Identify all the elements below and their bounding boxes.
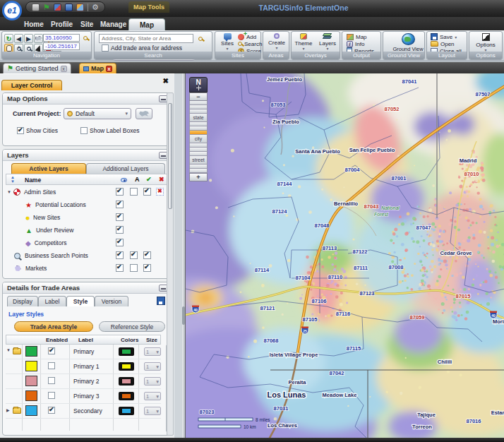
options-button[interactable]: Options ▾ <box>474 33 498 52</box>
visibility-column-icon[interactable] <box>121 178 127 182</box>
delete-button[interactable] <box>156 188 164 196</box>
additional-layers-tab[interactable]: Additional Layers <box>86 163 165 174</box>
create-area-button[interactable]: Create ▾ <box>265 33 289 52</box>
reference-style-button[interactable]: Reference Style <box>99 321 165 332</box>
label-checkbox[interactable] <box>130 188 138 196</box>
address-search-icon[interactable] <box>196 35 205 43</box>
colors-swatch[interactable] <box>119 347 134 356</box>
zoom-level-city[interactable]: city <box>189 135 208 143</box>
zoom-level-street[interactable]: street <box>189 156 208 165</box>
enabled-checkbox[interactable] <box>48 407 55 414</box>
active-layers-tab[interactable]: Active Layers <box>11 163 86 174</box>
layer-row-under-review[interactable]: ▲ Under Review <box>7 225 148 236</box>
refresh-icon[interactable]: ↻ <box>4 34 13 43</box>
layers-button[interactable]: Layers ▾ <box>316 33 340 52</box>
settings-icon[interactable]: ⚙ <box>92 4 99 11</box>
style-swatch[interactable] <box>25 346 37 357</box>
panel-scrollbar[interactable] <box>167 92 174 436</box>
save-layout-button[interactable]: Save▾ <box>431 33 462 40</box>
colors-swatch[interactable] <box>119 362 134 371</box>
size-dropdown[interactable]: 1▾ <box>144 362 161 371</box>
doc-tab-map[interactable]: Map x <box>79 63 116 73</box>
sites-button[interactable]: Sites ▾ <box>215 33 239 52</box>
output-map-button[interactable]: Map <box>347 33 374 40</box>
search-sites-button[interactable]: Search <box>238 40 262 47</box>
layer-row-admin-sites[interactable]: ▼ Admin Sites <box>7 186 148 198</box>
show-label-boxes-checkbox[interactable] <box>80 127 88 134</box>
address-search-input[interactable] <box>99 34 193 43</box>
flag-icon[interactable]: ⚑ <box>43 4 50 11</box>
zoom-level-state[interactable]: state <box>189 114 208 122</box>
colors-swatch[interactable] <box>119 392 134 400</box>
visible-checkbox[interactable] <box>116 213 124 221</box>
project-dropdown[interactable]: Default ▾ <box>64 108 131 119</box>
map-viewport[interactable]: 40 25 40 8 miles 10 km Jemez Pueblo <box>185 73 504 439</box>
style-swatch[interactable] <box>25 405 37 416</box>
delete-column-icon[interactable]: ✖ <box>159 176 164 183</box>
tab-manage[interactable]: Manage <box>96 18 131 30</box>
enabled-checkbox[interactable] <box>48 362 55 369</box>
map-image-icon[interactable] <box>76 4 84 11</box>
layer-row-competitors[interactable]: ◆ Competitors <box>7 237 148 249</box>
layer-row-business-search-points[interactable]: Business Search Points <box>7 250 148 261</box>
name-column-header[interactable]: Name <box>25 177 41 184</box>
layer-row-markets[interactable]: Markets <box>7 263 148 274</box>
ground-view-button[interactable]: Ground View <box>392 33 424 52</box>
layer-row-new-sites[interactable]: ● New Sites <box>7 212 148 223</box>
visible-checkbox[interactable] <box>116 264 124 272</box>
map-canvas[interactable]: 40 25 40 8 miles 10 km Jemez Pueblo <box>186 73 504 439</box>
tab-display[interactable]: Display <box>7 296 38 306</box>
zoom-in-button[interactable]: + <box>189 173 208 181</box>
visible-checkbox[interactable] <box>116 201 124 208</box>
trade-row-secondary[interactable]: ▶ Secondary 1▾ <box>6 404 161 419</box>
edit-checkbox[interactable] <box>143 251 151 259</box>
close-tab-icon[interactable]: x <box>106 66 112 72</box>
panel-close-icon[interactable]: ✖ <box>163 77 169 85</box>
layer-row-potential-locations[interactable]: ★ Potential Locations <box>7 199 148 210</box>
style-swatch[interactable] <box>25 376 37 386</box>
tab-map[interactable]: Map <box>128 18 165 30</box>
tab-label[interactable]: Label <box>38 296 66 306</box>
edit-column-icon[interactable]: ✔ <box>146 176 152 183</box>
colors-column-header[interactable]: Colors <box>121 337 138 343</box>
save-style-icon[interactable] <box>157 297 165 305</box>
trade-row-primary-2[interactable]: Primary 2 1▾ <box>6 374 161 389</box>
doc-tab-getting-started[interactable]: ⚑ Getting Started x <box>3 63 71 73</box>
size-dropdown[interactable]: 1▾ <box>144 407 161 415</box>
size-column-header[interactable]: Size <box>146 337 157 343</box>
back-icon[interactable]: ◀ <box>14 34 23 43</box>
size-dropdown[interactable]: 1▾ <box>144 392 161 400</box>
trade-row-primary[interactable]: ▼ Primary 1▾ <box>6 345 161 359</box>
forward-icon[interactable]: ▶ <box>24 34 33 43</box>
enabled-column-header[interactable]: Enabled <box>46 337 68 343</box>
expander-icon[interactable]: ▶ <box>6 407 10 412</box>
open-layout-button[interactable]: Open <box>431 40 462 47</box>
edit-checkbox[interactable] <box>143 188 151 196</box>
longitude-field[interactable] <box>43 42 80 50</box>
lasso-select-icon[interactable] <box>34 34 43 43</box>
colors-swatch[interactable] <box>119 377 134 386</box>
us-extent-button[interactable] <box>136 108 152 119</box>
tab-style[interactable]: Style <box>66 296 95 306</box>
colors-swatch[interactable] <box>119 407 134 415</box>
add-site-button[interactable]: Add <box>238 33 262 40</box>
coordinate-search-icon[interactable] <box>81 34 90 42</box>
pin-icon[interactable] <box>54 4 61 11</box>
tab-version[interactable]: Version <box>95 296 128 306</box>
sort-icons[interactable]: ▲▼ <box>11 175 15 184</box>
tab-site[interactable]: Site <box>76 18 97 30</box>
trade-row-primary-3[interactable]: Primary 3 1▾ <box>6 389 161 404</box>
enabled-checkbox[interactable] <box>48 392 55 399</box>
compass-north-button[interactable]: N <box>189 77 208 92</box>
tab-home[interactable]: Home <box>20 18 48 30</box>
tab-profile[interactable]: Profile <box>47 18 77 30</box>
size-dropdown[interactable]: 1▾ <box>144 347 161 356</box>
size-dropdown[interactable]: 1▾ <box>144 377 161 386</box>
book-icon[interactable] <box>65 4 73 11</box>
expander-icon[interactable]: ▼ <box>7 190 11 194</box>
print-icon[interactable] <box>32 4 40 11</box>
show-cities-checkbox[interactable] <box>17 127 24 134</box>
style-swatch[interactable] <box>25 390 37 401</box>
enabled-checkbox[interactable] <box>48 347 55 354</box>
label-checkbox[interactable] <box>130 264 138 272</box>
